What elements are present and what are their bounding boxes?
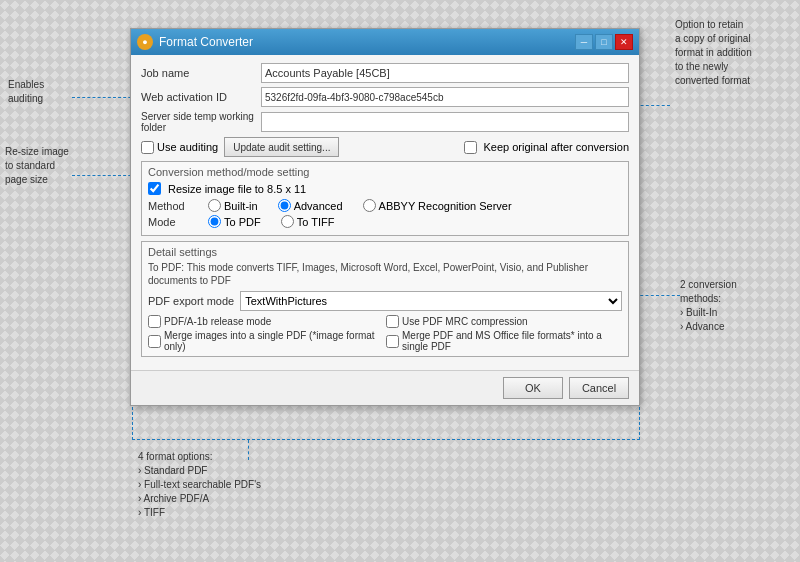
conversion-title: Conversion method/mode setting: [148, 166, 622, 178]
pdf-export-label: PDF export mode: [148, 295, 234, 307]
annotation-top-right: Option to retain a copy of original form…: [675, 18, 795, 88]
method-row: Method Built-in Advanced ABBYY Recogniti…: [148, 199, 622, 212]
method-builtin-label: Built-in: [224, 200, 258, 212]
method-advanced-option: Advanced: [278, 199, 343, 212]
web-activation-label: Web activation ID: [141, 91, 261, 103]
job-name-label: Job name: [141, 67, 261, 79]
conversion-section: Conversion method/mode setting Resize im…: [141, 161, 629, 236]
resize-image-label: Resize image file to 8.5 x 11: [168, 183, 306, 195]
window-controls: ─ □ ✕: [575, 34, 633, 50]
mrc-label: Use PDF MRC compression: [402, 316, 528, 327]
keep-original-label: Keep original after conversion: [483, 141, 629, 153]
annotation-right-methods: 2 conversion methods: › Built-In › Advan…: [680, 278, 795, 334]
annotation-resize: Re-size image to standard page size: [5, 145, 75, 187]
dashed-line-5: [248, 440, 250, 460]
merge-pdf-label: Merge PDF and MS Office file formats* in…: [402, 330, 622, 352]
mode-topdf-option: To PDF: [208, 215, 261, 228]
pdfa-label: PDF/A-1b release mode: [164, 316, 271, 327]
mode-radio-group: To PDF To TIFF: [208, 215, 334, 228]
mrc-option: Use PDF MRC compression: [386, 315, 622, 328]
mode-totiff-option: To TIFF: [281, 215, 335, 228]
method-builtin-radio[interactable]: [208, 199, 221, 212]
job-name-input[interactable]: [261, 63, 629, 83]
app-icon: ●: [137, 34, 153, 50]
detail-title: Detail settings: [148, 246, 622, 258]
resize-check-row: Resize image file to 8.5 x 11: [148, 182, 622, 195]
mode-totiff-label: To TIFF: [297, 216, 335, 228]
method-builtin-option: Built-in: [208, 199, 258, 212]
mode-totiff-radio[interactable]: [281, 215, 294, 228]
options-grid: PDF/A-1b release mode Use PDF MRC compre…: [148, 315, 622, 352]
job-name-row: Job name: [141, 63, 629, 83]
annotation-bottom-formats: 4 format options: › Standard PDF › Full-…: [138, 450, 283, 520]
pdfa-option: PDF/A-1b release mode: [148, 315, 384, 328]
web-activation-input[interactable]: [261, 87, 629, 107]
server-folder-input[interactable]: [261, 112, 629, 132]
pdf-export-select[interactable]: TextWithPictures: [240, 291, 622, 311]
method-advanced-label: Advanced: [294, 200, 343, 212]
button-row: OK Cancel: [131, 370, 639, 405]
format-converter-dialog: ● Format Converter ─ □ ✕ Job name Web ac…: [130, 28, 640, 406]
pdfa-checkbox[interactable]: [148, 315, 161, 328]
detail-section: Detail settings To PDF: This mode conver…: [141, 241, 629, 357]
mode-topdf-label: To PDF: [224, 216, 261, 228]
dialog-content: Job name Web activation ID Server side t…: [131, 55, 639, 370]
maximize-button[interactable]: □: [595, 34, 613, 50]
method-abbyy-label: ABBYY Recognition Server: [379, 200, 512, 212]
dialog-title: Format Converter: [159, 35, 253, 49]
use-auditing-checkbox[interactable]: [141, 141, 154, 154]
mrc-checkbox[interactable]: [386, 315, 399, 328]
pdf-export-row: PDF export mode TextWithPictures: [148, 291, 622, 311]
merge-images-checkbox[interactable]: [148, 335, 161, 348]
server-folder-row: Server side temp working folder: [141, 111, 629, 133]
use-auditing-label: Use auditing: [157, 141, 218, 153]
ok-button[interactable]: OK: [503, 377, 563, 399]
merge-pdf-checkbox[interactable]: [386, 335, 399, 348]
title-bar: ● Format Converter ─ □ ✕: [131, 29, 639, 55]
web-activation-row: Web activation ID: [141, 87, 629, 107]
server-folder-label: Server side temp working folder: [141, 111, 261, 133]
detail-info: To PDF: This mode converts TIFF, Images,…: [148, 261, 622, 287]
dashed-line-4: [635, 295, 680, 296]
merge-images-label: Merge images into a single PDF (*image f…: [164, 330, 384, 352]
auditing-row: Use auditing Update audit setting... Kee…: [141, 137, 629, 157]
update-audit-button[interactable]: Update audit setting...: [224, 137, 339, 157]
method-abbyy-radio[interactable]: [363, 199, 376, 212]
method-abbyy-option: ABBYY Recognition Server: [363, 199, 512, 212]
title-bar-left: ● Format Converter: [137, 34, 253, 50]
method-label: Method: [148, 200, 208, 212]
merge-pdf-option: Merge PDF and MS Office file formats* in…: [386, 330, 622, 352]
close-button[interactable]: ✕: [615, 34, 633, 50]
method-advanced-radio[interactable]: [278, 199, 291, 212]
method-radio-group: Built-in Advanced ABBYY Recognition Serv…: [208, 199, 512, 212]
cancel-button[interactable]: Cancel: [569, 377, 629, 399]
keep-original-row: Keep original after conversion: [464, 141, 629, 154]
annotation-enables-auditing: Enables auditing: [8, 78, 73, 106]
minimize-button[interactable]: ─: [575, 34, 593, 50]
keep-original-checkbox[interactable]: [464, 141, 477, 154]
resize-image-checkbox[interactable]: [148, 182, 161, 195]
mode-row: Mode To PDF To TIFF: [148, 215, 622, 228]
merge-images-option: Merge images into a single PDF (*image f…: [148, 330, 384, 352]
mode-label: Mode: [148, 216, 208, 228]
mode-topdf-radio[interactable]: [208, 215, 221, 228]
